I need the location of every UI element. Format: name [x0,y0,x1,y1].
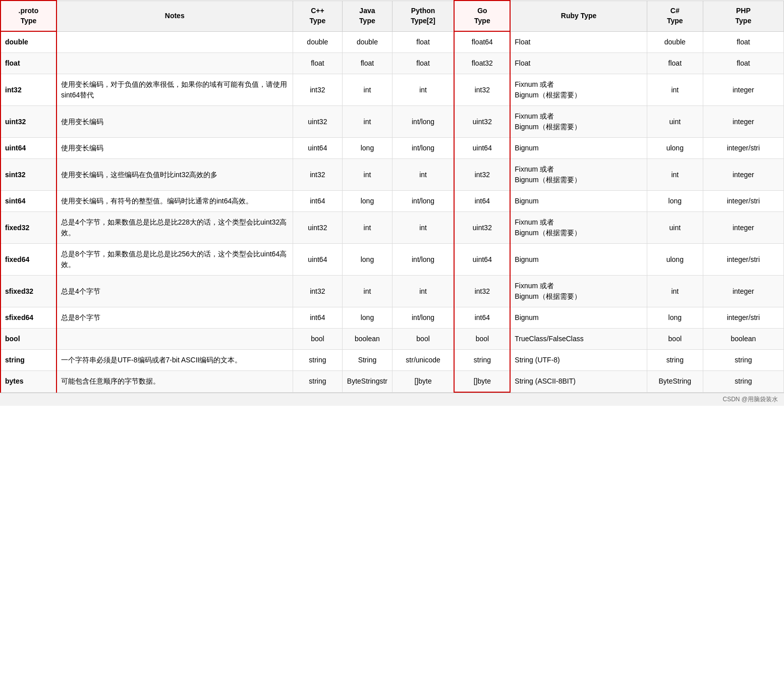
cell-php: integer [703,276,783,307]
cell-java: String [343,350,393,371]
cell-go: uint64 [454,138,510,159]
cell-cpp: string [293,350,343,371]
table-row: floatfloatfloatfloatfloat32Floatfloatflo… [1,53,784,74]
cell-ruby: Float [510,31,647,53]
cell-python: int/long [392,106,454,138]
footer-text: CSDN @用脑袋装水 [722,396,778,403]
cell-go: int32 [454,276,510,307]
table-row: boolboolbooleanboolboolTrueClass/FalseCl… [1,329,784,350]
cell-cpp: int32 [293,159,343,191]
cell-python: []byte [392,371,454,393]
cell-php: integer [703,159,783,191]
cell-php: boolean [703,329,783,350]
cell-notes: 使用变长编码，有符号的整型值。编码时比通常的int64高效。 [57,191,293,212]
cell-proto: fixed64 [1,244,57,276]
cell-cs: uint [647,212,703,244]
cell-ruby: Fixnum 或者 Bignum（根据需要） [510,159,647,191]
cell-cpp: uint64 [293,138,343,159]
cell-go: []byte [454,371,510,393]
cell-cpp: double [293,31,343,53]
header-cs: C# Type [647,1,703,31]
cell-cs: double [647,31,703,53]
table-row: uint32使用变长编码uint32intint/longuint32Fixnu… [1,106,784,138]
cell-python: int/long [392,244,454,276]
cell-python: int [392,212,454,244]
table-row: sint64使用变长编码，有符号的整型值。编码时比通常的int64高效。int6… [1,191,784,212]
cell-notes: 总是8个字节 [57,307,293,329]
header-row: .proto Type Notes C++ Type Java Type Pyt… [1,1,784,31]
table-row: doubledoubledoublefloatfloat64Floatdoubl… [1,31,784,53]
cell-php: float [703,31,783,53]
cell-proto: float [1,53,57,74]
cell-go: string [454,350,510,371]
cell-cs: int [647,159,703,191]
cell-python: int [392,159,454,191]
cell-proto: bytes [1,371,57,393]
cell-cpp: bool [293,329,343,350]
header-cpp: C++ Type [293,1,343,31]
cell-go: int32 [454,159,510,191]
cell-java: long [343,307,393,329]
cell-ruby: Bignum [510,138,647,159]
table-row: sint32使用变长编码，这些编码在负值时比int32高效的多int32inti… [1,159,784,191]
cell-cs: float [647,53,703,74]
cell-ruby: Bignum [510,244,647,276]
cell-ruby: Fixnum 或者 Bignum（根据需要） [510,212,647,244]
cell-java: int [343,159,393,191]
cell-php: integer [703,212,783,244]
cell-cpp: uint32 [293,106,343,138]
cell-go: int64 [454,191,510,212]
table-row: sfixed32总是4个字节int32intintint32Fixnum 或者 … [1,276,784,307]
cell-cpp: int64 [293,191,343,212]
cell-proto: double [1,31,57,53]
cell-notes: 一个字符串必须是UTF-8编码或者7-bit ASCII编码的文本。 [57,350,293,371]
cell-java: ByteStringstr [343,371,393,393]
cell-python: int/long [392,307,454,329]
header-java: Java Type [343,1,393,31]
cell-cs: int [647,74,703,106]
table-body: doubledoubledoublefloatfloat64Floatdoubl… [1,31,784,392]
table-row: int32使用变长编码，对于负值的效率很低，如果你的域有可能有负值，请使用sin… [1,74,784,106]
cell-go: uint64 [454,244,510,276]
cell-proto: sfixed64 [1,307,57,329]
cell-proto: fixed32 [1,212,57,244]
cell-cs: uint [647,106,703,138]
cell-ruby: Fixnum 或者 Bignum（根据需要） [510,106,647,138]
header-python: Python Type[2] [392,1,454,31]
cell-cs: long [647,191,703,212]
cell-python: int [392,276,454,307]
cell-java: int [343,106,393,138]
cell-notes: 总是4个字节，如果数值总是比总是比228大的话，这个类型会比uint32高效。 [57,212,293,244]
table-row: string一个字符串必须是UTF-8编码或者7-bit ASCII编码的文本。… [1,350,784,371]
table-row: bytes可能包含任意顺序的字节数据。stringByteStringstr[]… [1,371,784,393]
table-row: fixed32总是4个字节，如果数值总是比总是比228大的话，这个类型会比uin… [1,212,784,244]
cell-ruby: Fixnum 或者 Bignum（根据需要） [510,74,647,106]
cell-python: float [392,31,454,53]
cell-ruby: String (ASCII-8BIT) [510,371,647,393]
type-mapping-table: .proto Type Notes C++ Type Java Type Pyt… [0,0,784,393]
cell-proto: sfixed32 [1,276,57,307]
cell-python: float [392,53,454,74]
cell-go: float32 [454,53,510,74]
cell-php: string [703,350,783,371]
cell-cpp: int64 [293,307,343,329]
cell-php: integer/stri [703,138,783,159]
cell-cs: string [647,350,703,371]
cell-java: int [343,276,393,307]
cell-go: uint32 [454,106,510,138]
cell-proto: sint64 [1,191,57,212]
cell-python: str/unicode [392,350,454,371]
cell-java: float [343,53,393,74]
cell-go: int64 [454,307,510,329]
cell-cs: ulong [647,138,703,159]
cell-python: int [392,74,454,106]
cell-php: integer/stri [703,307,783,329]
header-notes: Notes [57,1,293,31]
cell-php: float [703,53,783,74]
cell-php: integer/stri [703,191,783,212]
cell-php: integer [703,106,783,138]
cell-java: long [343,244,393,276]
cell-cpp: string [293,371,343,393]
header-proto: .proto Type [1,1,57,31]
cell-notes: 使用变长编码，这些编码在负值时比int32高效的多 [57,159,293,191]
